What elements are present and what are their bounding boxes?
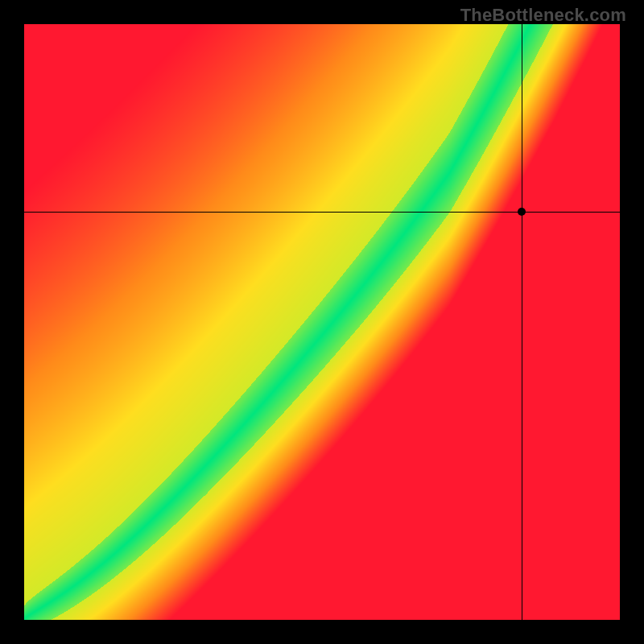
heatmap-plot: [24, 24, 620, 620]
crosshair-horizontal: [24, 212, 620, 213]
crosshair-vertical: [522, 24, 522, 620]
heatmap-canvas: [24, 24, 620, 620]
marker-point: [518, 208, 526, 216]
watermark: TheBottleneck.com: [460, 5, 626, 26]
chart-frame: TheBottleneck.com: [0, 0, 644, 644]
